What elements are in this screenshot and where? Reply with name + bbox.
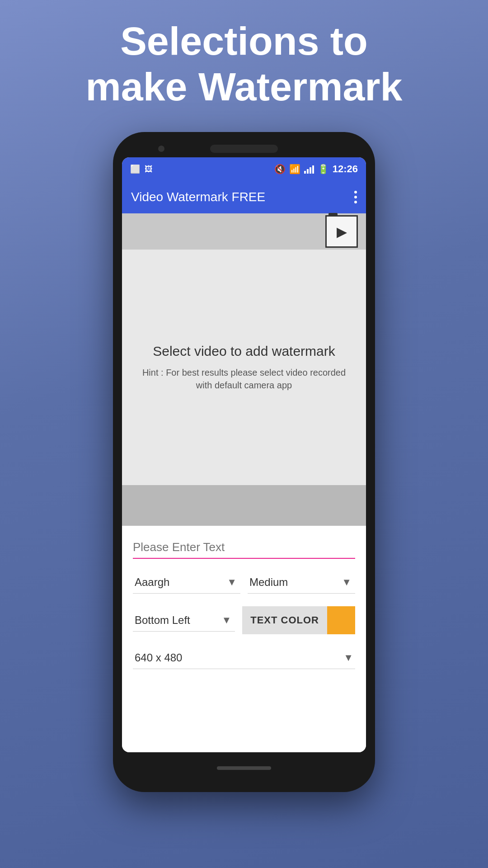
form-area: Aaargh ▼ Medium ▼ Bottom Left ▼ TEXT COL… [122,526,366,752]
size-dropdown-value: Medium [249,576,288,589]
tablet-icon: ⬜ [130,164,140,174]
resolution-row[interactable]: 640 x 480 ▼ [133,647,355,669]
folder-tab [328,213,338,217]
size-dropdown-arrow: ▼ [342,576,352,588]
mute-icon: 🔇 [274,164,286,175]
dot1 [354,191,357,193]
wifi-icon: 📶 [289,164,300,175]
position-dropdown[interactable]: Bottom Left ▼ [133,609,235,632]
video-select-bar[interactable]: ▶ [122,213,366,250]
resolution-value: 640 x 480 [135,651,182,664]
video-select-title: Select video to add watermark [153,344,335,359]
dot3 [354,201,357,203]
position-color-row: Bottom Left ▼ TEXT COLOR [133,606,355,634]
status-time: 12:26 [333,163,358,175]
video-bottom-bar [122,485,366,526]
status-left-icons: ⬜ 🖼 [130,164,153,174]
dot2 [354,196,357,198]
battery-icon: 🔋 [318,164,329,175]
text-color-button[interactable]: TEXT COLOR [242,606,355,634]
video-hint-text: Hint : For best results please select vi… [136,366,352,392]
status-right-icons: 🔇 📶 🔋 12:26 [274,163,358,175]
camera-dot [158,146,164,152]
more-options-button[interactable] [354,191,357,203]
video-play-icon: ▶ [337,224,347,240]
text-input-wrapper[interactable] [133,535,355,559]
position-dropdown-value: Bottom Left [135,614,190,627]
text-color-label: TEXT COLOR [242,614,327,626]
font-dropdown-arrow: ▼ [227,576,237,588]
app-bar: Video Watermark FREE [122,181,366,213]
color-swatch [327,606,355,634]
phone-bottom [122,757,366,779]
resolution-dropdown-arrow: ▼ [343,652,353,664]
font-size-row: Aaargh ▼ Medium ▼ [133,571,355,594]
phone-device: ⬜ 🖼 🔇 📶 🔋 12:26 Video Watermark FREE [113,132,375,792]
app-bar-title: Video Watermark FREE [131,190,265,204]
home-bar [217,766,271,770]
video-placeholder-area[interactable]: Select video to add watermark Hint : For… [122,250,366,485]
video-folder-button[interactable]: ▶ [325,215,358,248]
signal-icon [304,165,314,174]
phone-top-details [122,145,366,153]
page-title: Selections to make Watermark [58,18,429,109]
position-dropdown-arrow: ▼ [221,614,231,626]
speaker-bar [210,145,278,153]
size-dropdown[interactable]: Medium ▼ [248,571,355,594]
phone-screen: ⬜ 🖼 🔇 📶 🔋 12:26 Video Watermark FREE [122,157,366,752]
image-icon: 🖼 [145,165,153,174]
watermark-text-input[interactable] [133,535,355,558]
status-bar: ⬜ 🖼 🔇 📶 🔋 12:26 [122,157,366,181]
font-dropdown[interactable]: Aaargh ▼ [133,571,240,594]
font-dropdown-value: Aaargh [135,576,169,589]
